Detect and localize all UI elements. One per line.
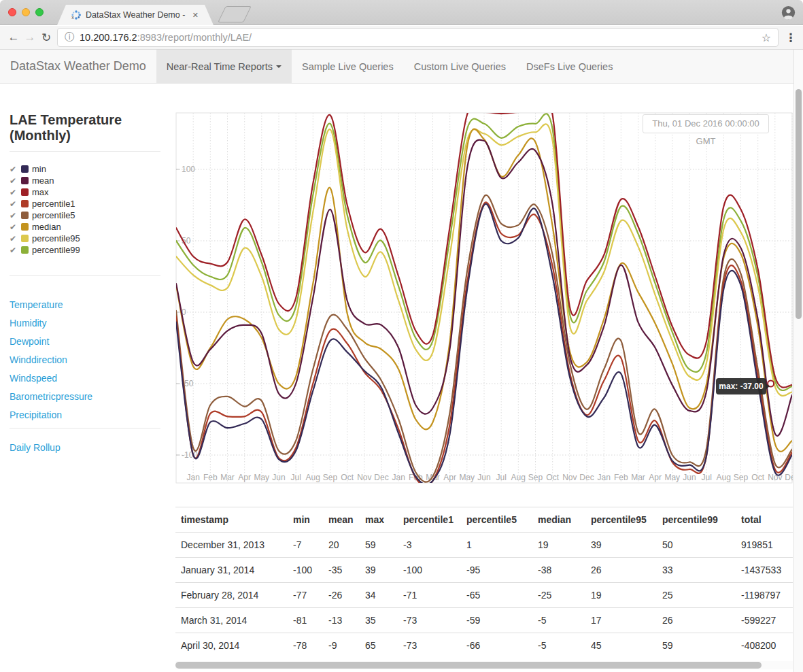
table-cell: -66 (461, 633, 532, 658)
table-cell: -95 (461, 558, 532, 583)
legend-label: mean (32, 175, 54, 186)
table-cell: 19 (532, 533, 585, 558)
legend-item-median[interactable]: ✔median (10, 221, 160, 233)
sidebar-link-windspeed[interactable]: Windspeed (10, 373, 160, 382)
x-axis-label: Apr (443, 473, 456, 482)
x-axis-label: Jan (392, 473, 405, 482)
reload-button[interactable]: ↻ (38, 31, 54, 45)
horizontal-scrollbar-thumb[interactable] (175, 662, 762, 669)
browser-tab[interactable]: x DataStax Weather Demo - Rep ✕ (57, 5, 213, 25)
sidebar-link-precipitation[interactable]: Precipitation (10, 409, 160, 419)
sidebar-link-dewpoint[interactable]: Dewpoint (10, 336, 160, 346)
check-icon: ✔ (10, 176, 19, 186)
column-header-percentile95: percentile95 (585, 507, 657, 533)
x-axis-label: Jul (496, 473, 507, 482)
legend-item-mean[interactable]: ✔mean (10, 175, 160, 186)
sidebar-link-daily-rollup[interactable]: Daily Rollup (10, 442, 160, 452)
sidebar-link-temperature[interactable]: Temperature (10, 299, 160, 309)
dropdown-caret-icon (276, 65, 281, 68)
table-cell: -25 (532, 583, 585, 608)
address-bar[interactable]: ⓘ 10.200.176.2:8983/report/monthly/LAE/ … (57, 28, 779, 47)
table-cell: -77 (288, 583, 323, 608)
divider (10, 428, 160, 429)
table-cell: -408200 (736, 633, 793, 658)
divider (10, 275, 160, 276)
table-cell: -65 (461, 583, 532, 608)
legend-item-percentile95[interactable]: ✔percentile95 (10, 233, 160, 244)
vertical-scrollbar[interactable] (793, 50, 803, 672)
legend-item-percentile1[interactable]: ✔percentile1 (10, 198, 160, 209)
url-host: 10.200.176.2 (80, 32, 137, 43)
legend-label: percentile1 (32, 199, 75, 209)
back-button[interactable]: ← (5, 31, 22, 44)
legend-item-min[interactable]: ✔min (10, 163, 160, 175)
legend-label: min (32, 164, 46, 174)
new-tab-button[interactable] (218, 6, 252, 22)
x-axis-label: May (254, 473, 269, 482)
table-cell: December 31, 2013 (175, 533, 288, 558)
x-axis-label: Feb (614, 473, 628, 482)
close-window-button[interactable] (8, 8, 16, 16)
table-cell: -73 (398, 608, 461, 633)
horizontal-scrollbar[interactable] (175, 661, 793, 669)
table-cell: -1437533 (736, 558, 793, 583)
nav-item-dsefs-live-queries[interactable]: DseFs Live Queries (516, 50, 623, 83)
nav-item-custom-live-queries[interactable]: Custom Live Queries (404, 50, 516, 83)
vertical-scrollbar-thumb[interactable] (796, 89, 802, 319)
table-cell: 33 (657, 558, 736, 583)
x-axis-label: Jan (187, 473, 200, 482)
table-row: April 30, 2014-78-965-73-66-54559-408200 (175, 633, 793, 658)
profile-avatar-icon[interactable] (781, 5, 796, 20)
traffic-lights (8, 8, 44, 16)
svg-text:x: x (71, 15, 74, 20)
table-row: January 31, 2014-100-3539-100-95-382633-… (175, 558, 793, 583)
bookmark-star-icon[interactable]: ☆ (762, 31, 771, 44)
table-cell: 20 (323, 533, 360, 558)
series-color-swatch (21, 200, 29, 207)
nav-item-near-real-time-reports[interactable]: Near-Real Time Reports (156, 50, 292, 83)
table-cell: -59 (461, 608, 532, 633)
sidebar-link-winddirection[interactable]: Winddirection (10, 354, 160, 364)
chart-plot-area[interactable]: 100500-50-100JanFebMarAprMayJunJulAugSep… (175, 112, 793, 484)
forward-button[interactable]: → (22, 31, 38, 44)
x-axis-label: Feb (203, 473, 218, 482)
series-color-swatch (21, 223, 29, 231)
column-header-max: max (360, 507, 398, 533)
legend-item-percentile99[interactable]: ✔percentile99 (10, 244, 160, 256)
chart-date-label: Thu, 01 Dec 2016 00:00:00 GMT (643, 114, 769, 133)
sidebar-link-humidity[interactable]: Humidity (10, 318, 160, 327)
table-cell: 1 (461, 533, 532, 558)
x-axis-label: May (664, 473, 680, 482)
legend-item-max[interactable]: ✔max (10, 186, 160, 198)
monthly-data-table: timestampminmeanmaxpercentile1percentile… (175, 507, 793, 658)
temperature-chart[interactable]: 100500-50-100JanFebMarAprMayJunJulAugSep… (175, 112, 793, 484)
table-cell: 45 (585, 633, 657, 658)
table-cell: -3 (398, 533, 461, 558)
table-cell: 35 (360, 608, 398, 633)
metric-links: TemperatureHumidityDewpointWinddirection… (10, 299, 160, 419)
x-axis-label: Apr (238, 473, 251, 482)
x-axis-label: Jan (598, 473, 611, 482)
series-color-swatch (21, 246, 29, 254)
x-axis-label: Jun (477, 473, 490, 482)
x-axis-label: Mar (220, 473, 235, 482)
table-cell: -599227 (736, 608, 793, 633)
zoom-window-button[interactable] (35, 8, 44, 16)
url-text: 10.200.176.2:8983/report/monthly/LAE/ (80, 32, 756, 43)
page-info-icon[interactable]: ⓘ (65, 31, 74, 44)
table-row: March 31, 2014-81-1335-73-59-51726-59922… (175, 608, 793, 633)
series-color-swatch (21, 177, 29, 184)
table-cell: 39 (585, 533, 657, 558)
tab-close-icon[interactable]: ✕ (191, 10, 200, 21)
minimize-window-button[interactable] (22, 8, 30, 16)
browser-menu-icon[interactable]: ⋮ (784, 31, 798, 45)
table-cell: 50 (657, 533, 736, 558)
legend-item-percentile5[interactable]: ✔percentile5 (10, 209, 160, 221)
check-icon: ✔ (10, 165, 19, 174)
table-cell: 39 (360, 558, 398, 583)
column-header-percentile99: percentile99 (657, 507, 736, 533)
navbar-brand[interactable]: DataStax Weather Demo (0, 50, 156, 83)
nav-item-sample-live-queries[interactable]: Sample Live Queries (292, 50, 404, 83)
table-cell: -26 (323, 583, 360, 608)
sidebar-link-barometricpressure[interactable]: Barometricpressure (10, 391, 160, 401)
